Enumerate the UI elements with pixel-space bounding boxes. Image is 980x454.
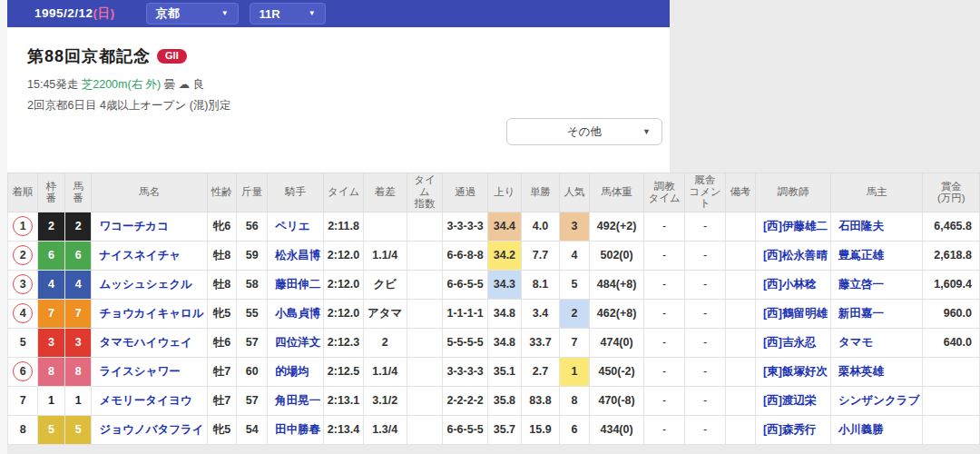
training-time: - [644, 270, 685, 299]
jockey-link[interactable]: 四位洋文 [275, 336, 320, 349]
jockey-link[interactable]: 田中勝春 [275, 423, 320, 436]
frame-number: 3 [38, 328, 65, 357]
sex-age: 牡7 [207, 386, 237, 415]
rank-circle: 6 [13, 361, 33, 381]
jockey-link[interactable]: 角田晃一 [275, 394, 320, 407]
trainer-link[interactable]: [西]鶴留明雄 [763, 307, 828, 320]
horse-number: 1 [64, 386, 92, 415]
sex-age: 牝6 [207, 212, 237, 241]
win-odds: 33.7 [521, 328, 559, 357]
trainer-link[interactable]: [西]伊藤雄二 [763, 220, 828, 232]
frame-number: 8 [38, 357, 65, 386]
other-dropdown[interactable]: その他 ▼ [506, 118, 662, 145]
training-time: - [644, 299, 685, 328]
horse-name-link: ライスシャワー [92, 357, 207, 386]
margin: クビ [363, 270, 407, 299]
passing-order: 2-2-2-2 [443, 386, 488, 415]
sex-age: 牡8 [207, 241, 237, 270]
owner-link[interactable]: 小川義勝 [838, 423, 884, 436]
horse-name-link[interactable]: ムッシュシェクル [99, 278, 191, 291]
margin: 3.1/2 [363, 386, 407, 415]
trainer-link[interactable]: [西]松永善晴 [763, 249, 828, 262]
passing-order: 5-5-5-5 [443, 328, 488, 357]
carried-weight: 57 [237, 328, 268, 357]
horse-name-link: チョウカイキャロル [92, 299, 207, 328]
owner-link[interactable]: 石田隆夫 [838, 220, 884, 232]
jockey-link: ペリエ [268, 212, 324, 241]
horse-name-link: ワコーチカコ [92, 212, 207, 241]
passing-order: 3-3-3-3 [443, 357, 488, 386]
jockey-link[interactable]: 松永昌博 [275, 249, 320, 262]
horse-name-link[interactable]: ライスシャワー [99, 365, 180, 378]
owner-link[interactable]: 新田嘉一 [838, 307, 884, 320]
finish-time: 2:12.0 [324, 299, 364, 328]
prize-money [923, 386, 980, 415]
caret-down-icon: ▼ [309, 10, 316, 17]
trainer-link[interactable]: [西]森秀行 [763, 423, 816, 436]
owner-link[interactable]: シンザンクラブ [838, 394, 920, 407]
owner-link[interactable]: 藤立啓一 [838, 278, 884, 291]
popularity: 5 [559, 270, 589, 299]
col-header-7: タイム [324, 173, 364, 212]
col-header-0: 着順 [8, 173, 38, 212]
horse-name-link[interactable]: メモリータイヨウ [99, 394, 191, 407]
finish-time: 2:13.4 [324, 415, 364, 444]
table-row: 344ムッシュシェクル牡858藤田伸二2:12.0クビ6-6-5-534.38.… [8, 270, 980, 299]
win-odds: 7.7 [521, 241, 559, 270]
owner-link[interactable]: タマモ [838, 336, 873, 349]
venue-dropdown[interactable]: 京都 ▼ [146, 3, 239, 25]
race-header-panel: 第88回京都記念 GII 15:45発走 芝2200m(右 外) 曇 ☁ 良 2… [7, 27, 670, 173]
owner-link[interactable]: 栗林英雄 [838, 365, 884, 378]
course-info: 芝2200m(右 外) [82, 78, 162, 91]
trainer-link[interactable]: [西]渡辺栄 [763, 394, 816, 407]
margin: 1.3/4 [363, 415, 407, 444]
time-index [407, 328, 443, 357]
margin: 1.1/4 [363, 241, 407, 270]
training-time: - [644, 386, 685, 415]
jockey-link: 的場均 [268, 357, 324, 386]
win-odds: 2.7 [521, 357, 559, 386]
venue-dropdown-label: 京都 [156, 5, 180, 22]
carried-weight: 57 [237, 386, 268, 415]
sex-age: 牡8 [207, 270, 237, 299]
frame-number: 7 [38, 299, 65, 328]
prize-money [923, 357, 980, 386]
trainer-link[interactable]: [西]小林稔 [763, 278, 816, 291]
horse-name-link[interactable]: ワコーチカコ [99, 220, 168, 232]
horse-name-link[interactable]: ジョウノバタフライ [99, 423, 203, 436]
jockey-link[interactable]: 小島貞博 [275, 307, 320, 320]
trainer-link[interactable]: [東]飯塚好次 [763, 365, 828, 378]
horse-number: 2 [64, 212, 92, 241]
time-index [407, 357, 443, 386]
last-3f-time: 35.7 [487, 415, 521, 444]
last-3f-time: 34.8 [487, 328, 521, 357]
race-number-dropdown[interactable]: 11R ▼ [250, 3, 326, 25]
col-header-12: 単勝 [521, 173, 559, 212]
prize-money: 640.0 [923, 328, 980, 357]
col-header-6: 騎手 [268, 173, 324, 212]
horse-name-link[interactable]: タマモハイウェイ [99, 336, 191, 349]
finish-position: 1 [8, 212, 38, 241]
race-number-label: 11R [260, 7, 280, 21]
horse-number: 5 [64, 415, 92, 444]
table-header-row: 着順枠 番馬 番馬名性齢斤量騎手タイム着差タイム 指数通過上り単勝人気馬体重調教… [8, 173, 980, 212]
owner-link[interactable]: 豊嶌正雄 [838, 249, 884, 262]
stable-comment: - [685, 299, 726, 328]
finish-position: 4 [8, 299, 38, 328]
race-meeting-line: 2回京都6日目 4歳以上オープン (混)別定 [27, 98, 670, 114]
table-row: 122ワコーチカコ牝656ペリエ2:11.83-3-3-334.44.03492… [8, 212, 980, 241]
table-row: 855ジョウノバタフライ牝554田中勝春2:13.41.3/46-6-5-535… [8, 415, 980, 444]
prize-money: 6,465.8 [923, 212, 980, 241]
jockey-link[interactable]: 的場均 [275, 365, 309, 378]
finish-time: 2:12.0 [324, 241, 364, 270]
horse-name-link[interactable]: チョウカイキャロル [99, 307, 203, 320]
going-label: 良 [193, 78, 205, 91]
owner-link: 栗林英雄 [830, 357, 923, 386]
finish-time: 2:11.8 [324, 212, 364, 241]
trainer-link[interactable]: [西]吉永忍 [763, 336, 816, 349]
jockey-link[interactable]: ペリエ [275, 220, 309, 232]
jockey-link[interactable]: 藤田伸二 [275, 278, 320, 291]
horse-name-link[interactable]: ナイスネイチャ [99, 249, 181, 262]
grade-badge: GII [157, 49, 187, 64]
horse-name-link: ナイスネイチャ [92, 241, 207, 270]
